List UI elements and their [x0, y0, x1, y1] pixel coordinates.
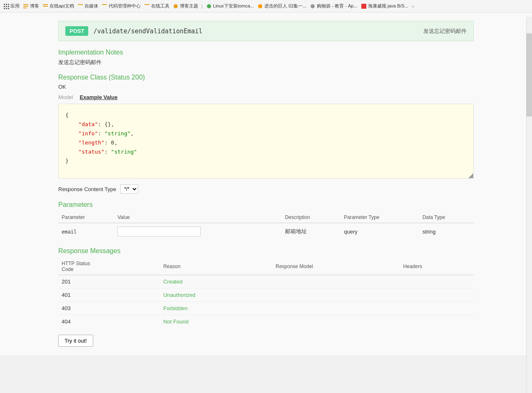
bookmarks-bar: 应用 博客 在线api文档 自媒体 代码管理种中心 在线工具 博客主题 | Li… [0, 0, 532, 12]
response-headers-cell [400, 275, 474, 289]
parameters-heading: Parameters [58, 201, 474, 209]
resize-handle[interactable] [468, 173, 473, 178]
scrollbar-track [526, 17, 532, 355]
more-tabs-indicator: » [412, 4, 414, 9]
response-headers-cell [400, 302, 474, 315]
svg-rect-13 [43, 6, 48, 7]
svg-rect-2 [8, 4, 9, 5]
svg-point-18 [207, 4, 211, 8]
response-reason: Not Found [160, 315, 272, 328]
response-reason: Unauthorized [160, 289, 272, 302]
svg-rect-9 [23, 4, 28, 5]
response-code: 404 [58, 315, 160, 328]
response-headers-cell [400, 289, 474, 302]
response-model-cell [272, 275, 400, 289]
bm-blog-label: 博客 [30, 3, 39, 9]
col-parameter: Parameter [58, 212, 114, 223]
scrollbar-thumb[interactable] [526, 33, 532, 117]
parameters-table: Parameter Value Description Parameter Ty… [58, 212, 474, 240]
bm-theme[interactable]: 博客主题 [173, 3, 198, 9]
param-name: email [62, 229, 77, 235]
col-reason: Reason [160, 258, 272, 275]
svg-rect-21 [361, 4, 366, 9]
model-tab-example[interactable]: Example Value [80, 94, 117, 100]
bm-shopping-label: 购物袋 - 教育 - Ap... [317, 3, 357, 9]
bm-titan-label: 进击的巨人 02集一... [264, 3, 306, 9]
response-code: 201 [58, 275, 160, 289]
table-row: email 邮箱地址 query string [58, 223, 474, 240]
bm-hikv[interactable]: 海康威视 java B/S... [361, 3, 408, 9]
param-description: 邮箱地址 [282, 223, 341, 240]
implementation-notes-value: 发送忘记密码邮件 [58, 59, 474, 66]
content-type-select[interactable]: */* [120, 184, 138, 194]
model-tab-model[interactable]: Model [58, 94, 73, 100]
method-badge: POST [65, 26, 88, 36]
response-messages-heading: Response Messages [58, 247, 474, 255]
svg-rect-0 [4, 4, 5, 5]
svg-rect-14 [78, 4, 83, 5]
col-headers: Headers [400, 258, 474, 275]
svg-rect-11 [23, 7, 27, 8]
bm-apps-label: 应用 [10, 3, 20, 9]
json-code-block: { "data": {}, "info": "string", "length"… [58, 104, 474, 179]
endpoint-title: 发送忘记密码邮件 [423, 27, 467, 35]
svg-rect-6 [4, 8, 5, 9]
table-row: 403 Forbidden [58, 302, 474, 315]
bm-api-doc-label: 在线api文档 [50, 3, 74, 9]
param-value-input[interactable] [117, 226, 201, 236]
main-content: POST /validate/sendValidationEmail 发送忘记密… [0, 12, 532, 355]
response-reason: Created [160, 275, 272, 289]
response-code: 401 [58, 289, 160, 302]
table-row: 201 Created [58, 275, 474, 289]
bm-blog[interactable]: 博客 [23, 3, 39, 9]
svg-rect-16 [144, 4, 149, 5]
col-parameter-type: Parameter Type Data Type [341, 212, 419, 223]
bm-code-label: 代码管理种中心 [109, 3, 141, 9]
svg-point-20 [311, 4, 315, 8]
implementation-notes-heading: Implementation Notes [58, 49, 474, 56]
bm-shopping[interactable]: 购物袋 - 教育 - Ap... [310, 3, 357, 9]
try-it-out-button[interactable]: Try it out! [58, 335, 93, 347]
response-model-cell [272, 315, 400, 328]
bm-code[interactable]: 代码管理种中心 [102, 3, 141, 9]
bm-media-label: 自媒体 [85, 3, 98, 9]
response-code: 403 [58, 302, 160, 315]
svg-rect-3 [4, 6, 5, 7]
endpoint-header: POST /validate/sendValidationEmail 发送忘记密… [58, 21, 474, 41]
table-row: 401 Unauthorized [58, 289, 474, 302]
col-data-type: Data Type [419, 212, 474, 223]
table-row: 404 Not Found [58, 315, 474, 328]
bm-api-doc[interactable]: 在线api文档 [42, 3, 74, 9]
bm-media[interactable]: 自媒体 [77, 3, 98, 9]
param-type: query [341, 223, 419, 240]
endpoint-path: /validate/sendValidationEmail [93, 27, 202, 35]
svg-point-19 [258, 4, 262, 8]
svg-point-17 [174, 4, 178, 8]
bm-tools[interactable]: 在线工具 [144, 3, 169, 9]
bm-hikv-label: 海康威视 java B/S... [368, 3, 408, 9]
col-response-model: Response Model [272, 258, 400, 275]
bm-linux-label: Linux下安装tomca... [213, 3, 254, 9]
response-class-heading: Response Class (Status 200) [58, 74, 474, 81]
bm-titan[interactable]: 进击的巨人 02集一... [257, 3, 306, 9]
svg-rect-15 [102, 4, 107, 5]
bm-tools-label: 在线工具 [151, 3, 169, 9]
col-value: Value [114, 212, 281, 223]
response-headers-cell [400, 315, 474, 328]
response-model-cell [272, 302, 400, 315]
response-class-value: OK [58, 84, 474, 90]
bm-linux[interactable]: Linux下安装tomca... [206, 3, 254, 9]
response-content-type-row: Response Content Type */* [58, 184, 474, 194]
model-tabs: Model Example Value [58, 94, 474, 100]
svg-rect-8 [8, 8, 9, 9]
svg-rect-7 [6, 8, 7, 9]
response-model-cell [272, 289, 400, 302]
svg-rect-5 [8, 6, 9, 7]
response-messages-table: HTTP StatusCode Reason Response Model He… [58, 258, 474, 328]
bm-apps[interactable]: 应用 [3, 3, 20, 9]
col-description: Description [282, 212, 341, 223]
svg-rect-1 [6, 4, 7, 5]
param-data-type: string [419, 223, 474, 240]
svg-rect-4 [6, 6, 7, 7]
col-http-status: HTTP StatusCode [58, 258, 160, 275]
